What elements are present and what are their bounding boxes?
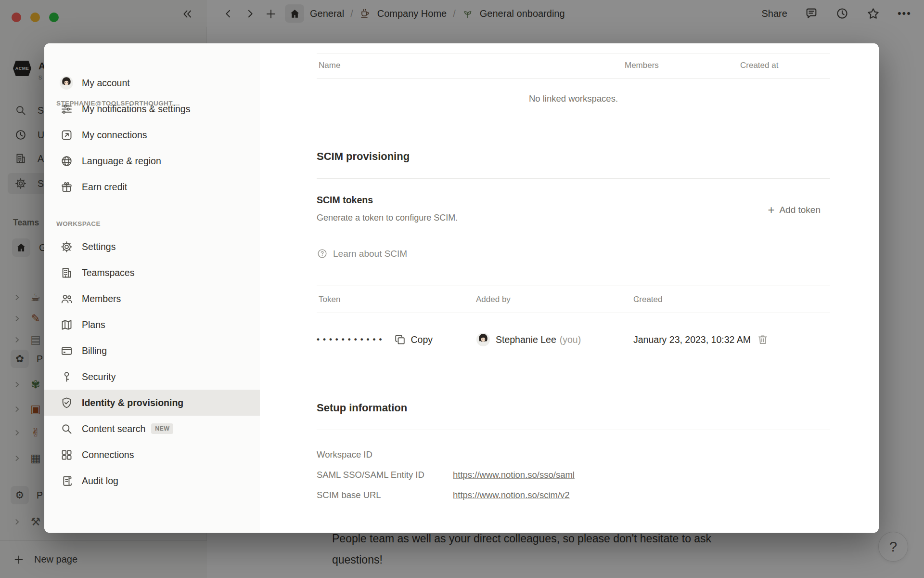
building-icon [59, 265, 74, 280]
gear-icon [59, 239, 74, 254]
settings-item-teamspaces[interactable]: Teamspaces [44, 260, 260, 286]
copy-token-button[interactable]: Copy [394, 333, 433, 346]
setup-row-scim-base-url: SCIM base URL https://www.notion.so/scim… [317, 490, 830, 502]
search-icon [59, 421, 74, 436]
column-header-created-at: Created at [740, 61, 778, 70]
user-avatar [59, 75, 74, 91]
learn-about-scim-link[interactable]: Learn about SCIM [317, 248, 407, 259]
column-header-members: Members [625, 61, 659, 70]
sort-descending-icon: ↓ [636, 295, 640, 304]
settings-item-billing[interactable]: Billing [44, 338, 260, 364]
settings-item-my-connections[interactable]: My connections [44, 122, 260, 148]
token-row: ••••••••••• Copy Stephanie Lee (you) Jan… [317, 325, 830, 354]
add-token-button[interactable]: + Add token [768, 205, 821, 215]
settings-item-plans[interactable]: Plans [44, 312, 260, 338]
settings-content: Name Members Created at No linked worksp… [260, 43, 879, 533]
settings-item-notifications[interactable]: My notifications & settings [44, 96, 260, 122]
scim-tokens-description: Generate a token to configure SCIM. [317, 213, 458, 223]
column-header-created[interactable]: Created ↓ [633, 295, 636, 304]
shield-check-icon [59, 395, 74, 410]
credit-card-icon [59, 343, 74, 358]
scroll-icon [59, 473, 74, 488]
new-badge: NEW [151, 423, 173, 434]
settings-item-earn-credit[interactable]: Earn credit [44, 174, 260, 200]
settings-item-language-region[interactable]: Language & region [44, 148, 260, 174]
question-circle-icon [317, 248, 328, 259]
gift-icon [59, 179, 74, 195]
settings-sidebar: STEPHANIE@TOOLSFORTHOUGHT.... My account… [44, 43, 260, 533]
sliders-icon [59, 101, 74, 117]
column-header-name: Name [319, 61, 340, 70]
delete-token-button[interactable] [757, 333, 769, 346]
settings-item-connections[interactable]: Connections [44, 442, 260, 468]
globe-icon [59, 153, 74, 169]
added-by-cell: Stephanie Lee (you) [476, 332, 581, 347]
settings-item-audit-log[interactable]: Audit log [44, 468, 260, 494]
settings-item-my-account[interactable]: My account [44, 70, 260, 96]
saml-entity-link[interactable]: https://www.notion.so/sso/saml [453, 470, 575, 480]
settings-item-identity-provisioning[interactable]: Identity & provisioning [44, 390, 260, 416]
settings-item-security[interactable]: Security [44, 364, 260, 390]
grid-icon [59, 447, 74, 462]
plus-icon: + [768, 205, 774, 215]
masked-token: ••••••••••• [317, 335, 385, 344]
scim-tokens-title: SCIM tokens [317, 195, 373, 206]
empty-state-text: No linked workspaces. [317, 93, 830, 104]
workspace-section-header: WORKSPACE [56, 220, 101, 227]
scim-base-url-link[interactable]: https://www.notion.so/scim/v2 [453, 490, 570, 500]
token-cell: ••••••••••• Copy [317, 333, 433, 346]
setup-information-heading: Setup information [317, 402, 407, 414]
members-icon [59, 291, 74, 306]
copy-icon [394, 333, 406, 346]
settings-item-members[interactable]: Members [44, 286, 260, 312]
column-header-added-by: Added by [476, 295, 511, 304]
created-cell: January 23, 2023, 10:32 AM [633, 333, 769, 346]
token-table-header: Token Added by Created ↓ [317, 286, 830, 313]
app-window: General / Company Home / General onboard… [0, 0, 924, 578]
linked-workspaces-table-header: Name Members Created at [317, 53, 830, 79]
settings-item-content-search[interactable]: Content search NEW [44, 416, 260, 442]
section-divider [317, 430, 830, 430]
map-icon [59, 317, 74, 332]
section-divider [317, 178, 830, 179]
key-icon [59, 369, 74, 384]
settings-modal: STEPHANIE@TOOLSFORTHOUGHT.... My account… [44, 43, 879, 533]
settings-item-settings[interactable]: Settings [44, 234, 260, 260]
setup-row-saml-entity-id: SAML SSO/SAML Entity ID https://www.noti… [317, 470, 830, 482]
trash-icon [757, 333, 769, 346]
column-header-token: Token [319, 295, 340, 304]
setup-row-workspace-id: Workspace ID [317, 449, 830, 462]
scim-provisioning-heading: SCIM provisioning [317, 150, 410, 163]
user-avatar [476, 332, 490, 347]
arrow-up-right-box-icon [59, 127, 74, 143]
